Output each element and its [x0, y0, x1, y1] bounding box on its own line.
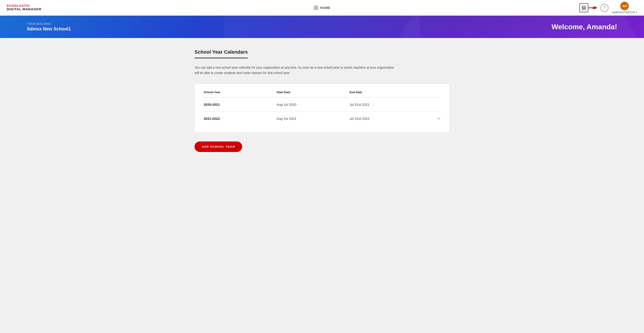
svg-rect-9: [584, 8, 585, 8]
edit-icon[interactable]: ✏: [438, 116, 440, 121]
svg-marker-2: [594, 6, 597, 9]
page-title: School Year Calendars: [194, 49, 248, 58]
chevron-down-icon: ▾: [636, 11, 637, 14]
svg-rect-8: [584, 8, 584, 8]
school-name: Sdmux New School1: [27, 26, 71, 31]
action-row2[interactable]: ✏: [422, 116, 440, 121]
start-date-row2: Aug 1st 2021: [276, 117, 350, 120]
logo-scholastic: SCHOLASTIC: [7, 4, 41, 7]
your-building-label: YOUR BUILDING: [27, 22, 71, 25]
calendar-icon: [582, 5, 586, 10]
svg-rect-3: [582, 6, 586, 9]
home-nav[interactable]: HOME: [314, 5, 330, 10]
header-right: LTI ? AH ADMINISTRATOR ▾: [580, 2, 637, 14]
home-label: HOME: [320, 6, 330, 9]
calendar-button[interactable]: [580, 3, 588, 12]
start-date-row1: Aug 1st 2020: [276, 103, 350, 106]
welcome-message: Welcome, Amanda!: [552, 23, 617, 31]
user-initials: AH: [622, 4, 627, 8]
end-date-row1: Jul 31st 2021: [350, 103, 422, 106]
logo-digital: DIGITAL MANAGER: [7, 7, 41, 11]
header: SCHOLASTIC DIGITAL MANAGER HOME: [0, 0, 644, 16]
banner-left: YOUR BUILDING Sdmux New School1: [27, 22, 71, 31]
admin-label: ADMINISTRATOR ▾: [612, 11, 637, 14]
banner: YOUR BUILDING Sdmux New School1 Welcome,…: [0, 16, 644, 38]
add-school-year-button[interactable]: ADD SCHOOL YEAR: [194, 141, 242, 152]
col-header-action: [422, 90, 440, 94]
table-row: 2020-2021 Aug 1st 2020 Jul 31st 2021: [204, 98, 440, 111]
table-row: 2021-2022 Aug 1st 2021 Jul 31st 2022 ✏: [204, 111, 440, 126]
help-label: ?: [604, 6, 606, 10]
school-year-table-card: School Year Start Date End Date 2020-202…: [194, 84, 450, 133]
end-date-row2: Jul 31st 2022: [350, 117, 422, 120]
table-header-row: School Year Start Date End Date: [204, 90, 440, 98]
logo: SCHOLASTIC DIGITAL MANAGER: [7, 4, 41, 11]
col-header-start: Start Date: [276, 90, 350, 94]
admin-menu[interactable]: AH ADMINISTRATOR ▾: [612, 2, 637, 14]
col-header-end: End Date: [350, 90, 422, 94]
page-description: You can add a new school year calendar f…: [194, 65, 396, 76]
year-2021-2022: 2021-2022: [204, 117, 276, 120]
home-icon: [314, 5, 318, 10]
year-2020-2021: 2020-2021: [204, 103, 276, 106]
help-button[interactable]: ?: [600, 4, 608, 12]
main-content: School Year Calendars You can add a new …: [177, 38, 467, 163]
user-avatar: AH: [620, 2, 629, 10]
col-header-year: School Year: [204, 90, 276, 94]
svg-rect-7: [583, 8, 584, 8]
